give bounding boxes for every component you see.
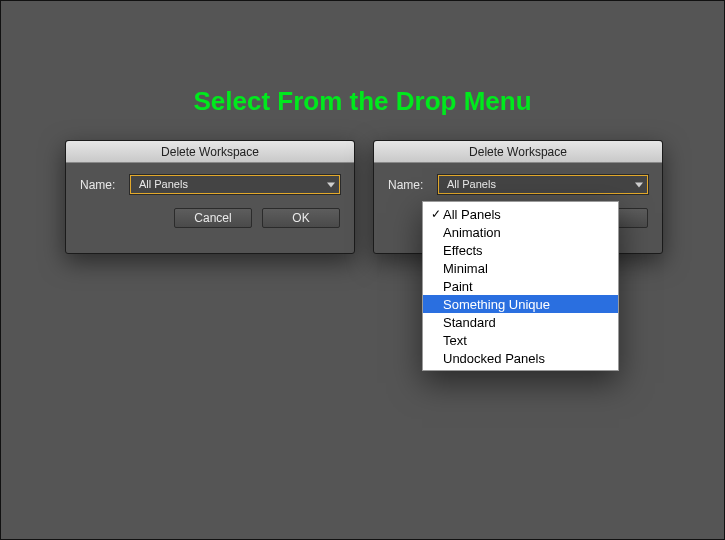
dialog-title: Delete Workspace bbox=[374, 141, 662, 163]
workspace-select-value: All Panels bbox=[139, 178, 188, 190]
name-row: Name: All Panels bbox=[388, 175, 648, 194]
dropdown-item-label: Standard bbox=[443, 315, 608, 330]
dropdown-item[interactable]: Animation bbox=[423, 223, 618, 241]
workspace-select[interactable]: All Panels bbox=[130, 175, 340, 194]
workspace-select-value: All Panels bbox=[447, 178, 496, 190]
cancel-button[interactable]: Cancel bbox=[174, 208, 252, 228]
delete-workspace-dialog-closed: Delete Workspace Name: All Panels Cancel… bbox=[65, 140, 355, 254]
dropdown-item[interactable]: Something Unique bbox=[423, 295, 618, 313]
dropdown-item-label: Animation bbox=[443, 225, 608, 240]
dropdown-item-label: Text bbox=[443, 333, 608, 348]
dialog-body: Name: All Panels Cancel OK bbox=[66, 163, 354, 238]
workspace-dropdown[interactable]: ✓All PanelsAnimationEffectsMinimalPaintS… bbox=[422, 201, 619, 371]
dropdown-item[interactable]: Text bbox=[423, 331, 618, 349]
name-row: Name: All Panels bbox=[80, 175, 340, 194]
dialog-title: Delete Workspace bbox=[66, 141, 354, 163]
checkmark-icon: ✓ bbox=[429, 207, 443, 221]
chevron-down-icon bbox=[327, 182, 335, 187]
dropdown-item[interactable]: Minimal bbox=[423, 259, 618, 277]
dialog-buttons: Cancel OK bbox=[80, 208, 340, 228]
dropdown-item[interactable]: Paint bbox=[423, 277, 618, 295]
chevron-down-icon bbox=[635, 182, 643, 187]
name-label: Name: bbox=[80, 178, 118, 192]
page-heading: Select From the Drop Menu bbox=[1, 86, 724, 117]
dropdown-item-label: All Panels bbox=[443, 207, 608, 222]
dropdown-item[interactable]: ✓All Panels bbox=[423, 205, 618, 223]
dropdown-item-label: Undocked Panels bbox=[443, 351, 608, 366]
workspace-select[interactable]: All Panels bbox=[438, 175, 648, 194]
name-label: Name: bbox=[388, 178, 426, 192]
ok-button[interactable]: OK bbox=[262, 208, 340, 228]
dropdown-item[interactable]: Standard bbox=[423, 313, 618, 331]
dropdown-item-label: Paint bbox=[443, 279, 608, 294]
dropdown-item-label: Something Unique bbox=[443, 297, 608, 312]
dropdown-item-label: Minimal bbox=[443, 261, 608, 276]
dropdown-item[interactable]: Effects bbox=[423, 241, 618, 259]
dropdown-item[interactable]: Undocked Panels bbox=[423, 349, 618, 367]
dropdown-item-label: Effects bbox=[443, 243, 608, 258]
